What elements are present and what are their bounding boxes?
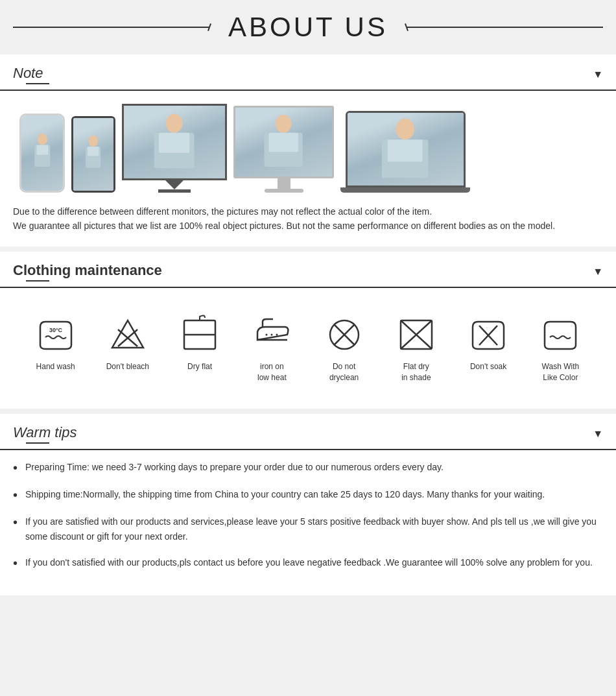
clothing-section: Clothing maintenance ▼ 30°C Hand (0, 252, 616, 409)
page-header: ABOUT US (0, 0, 616, 49)
hand-wash-icon: 30°C (34, 314, 77, 356)
note-section-content: Due to the difference between different … (0, 91, 616, 246)
warm-tips-section-title: Warm tips (13, 424, 77, 441)
tip-item-2: If you are satisfied with our products a… (13, 514, 603, 544)
header-line-right (407, 27, 603, 28)
care-label-no-bleach: Don't bleach (106, 361, 149, 372)
no-soak-icon (468, 314, 510, 356)
note-description: Due to the difference between different … (13, 204, 603, 234)
tip-item-3: If you don't satisfied with our products… (13, 555, 603, 571)
care-label-no-dryclean: Do not dryclean (329, 361, 359, 383)
care-item-no-bleach: Don't bleach (91, 314, 163, 372)
note-section-header[interactable]: Note ▼ (0, 54, 616, 91)
flat-dry-shade-icon (395, 314, 437, 356)
clothing-section-content: 30°C Hand wash Don't bleach (0, 288, 616, 409)
svg-rect-14 (388, 139, 423, 162)
tip-item-0: Preparing Time: we need 3-7 working days… (13, 460, 603, 475)
care-label-iron-low: iron on low heat (257, 361, 287, 383)
clothing-section-header[interactable]: Clothing maintenance ▼ (0, 252, 616, 288)
device-monitor (122, 104, 227, 193)
warm-tips-section: Warm tips ▼ Preparing Time: we need 3-7 … (0, 414, 616, 595)
svg-point-6 (166, 114, 182, 132)
warm-tips-section-arrow: ▼ (593, 428, 603, 440)
care-label-wash-like-color: Wash With Like Color (542, 361, 580, 383)
note-section-underline (26, 83, 49, 84)
svg-point-22 (271, 334, 273, 336)
wash-like-color-icon (539, 314, 582, 356)
svg-rect-8 (159, 132, 189, 152)
device-phone1 (19, 114, 65, 193)
page-title: ABOUT US (209, 12, 407, 43)
note-section: Note ▼ (0, 54, 616, 246)
care-icons-row: 30°C Hand wash Don't bleach (13, 301, 603, 396)
svg-rect-11 (269, 133, 298, 152)
care-item-no-soak: Don't soak (453, 314, 525, 372)
clothing-section-underline (26, 280, 49, 282)
svg-point-21 (266, 334, 268, 336)
care-item-wash-like-color: Wash With Like Color (525, 314, 597, 383)
care-item-hand-wash: 30°C Hand wash (19, 314, 91, 372)
care-label-hand-wash: Hand wash (36, 361, 75, 372)
care-label-flat-dry-shade: Flat dry in shade (401, 361, 431, 383)
dry-flat-icon (179, 314, 221, 356)
warm-tips-section-underline (26, 442, 49, 444)
care-item-dry-flat: Dry flat (164, 314, 236, 372)
tip-item-1: Shipping time:Normally, the shipping tim… (13, 487, 603, 503)
clothing-section-arrow: ▼ (593, 266, 603, 278)
header-line-left (13, 27, 209, 28)
note-section-arrow: ▼ (593, 69, 603, 80)
device-phone2 (71, 116, 115, 193)
svg-text:30°C: 30°C (49, 327, 63, 333)
svg-point-3 (89, 135, 98, 146)
warm-tips-content: Preparing Time: we need 3-7 working days… (0, 450, 616, 595)
device-imac (233, 106, 334, 193)
note-section-title: Note (13, 65, 62, 82)
svg-rect-5 (88, 147, 99, 156)
svg-point-12 (396, 119, 415, 139)
care-label-no-soak: Don't soak (470, 361, 506, 372)
care-label-dry-flat: Dry flat (187, 361, 212, 372)
no-dryclean-icon (323, 314, 365, 356)
svg-point-9 (276, 115, 291, 133)
warm-tips-section-header[interactable]: Warm tips ▼ (0, 414, 616, 450)
device-laptop (340, 111, 470, 193)
care-item-no-dryclean: Do not dryclean (308, 314, 380, 383)
svg-point-0 (38, 133, 47, 145)
care-item-iron-low: iron on low heat (236, 314, 308, 383)
tips-list: Preparing Time: we need 3-7 working days… (13, 460, 603, 571)
care-item-flat-dry-shade: Flat dry in shade (380, 314, 452, 383)
no-bleach-icon (106, 314, 148, 356)
iron-low-icon (251, 314, 293, 356)
svg-point-23 (276, 334, 278, 336)
svg-rect-2 (36, 145, 48, 154)
devices-row (13, 104, 603, 193)
clothing-section-title: Clothing maintenance (13, 262, 162, 279)
